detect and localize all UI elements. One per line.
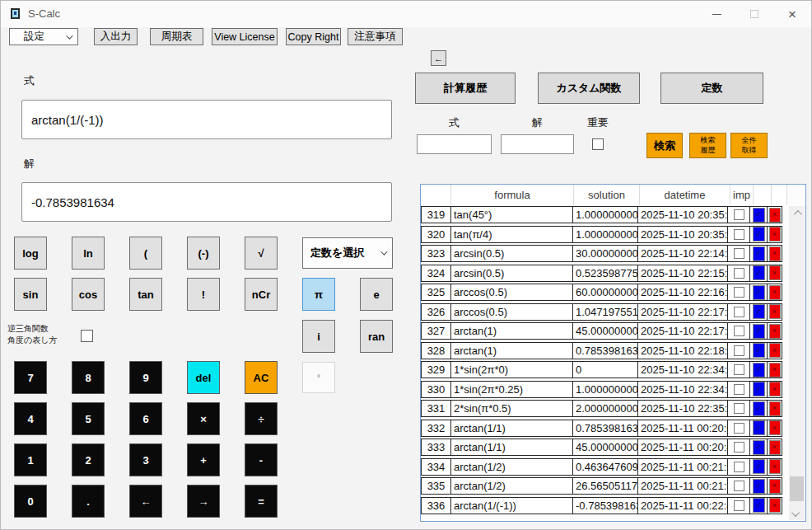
row-delete-button[interactable]: × <box>769 343 781 358</box>
search-history-button[interactable]: 検索 履歴 <box>689 133 726 158</box>
key-sqrt[interactable]: √ <box>245 237 278 270</box>
key-cos[interactable]: cos <box>72 278 105 311</box>
row-delete-button[interactable]: × <box>769 459 781 474</box>
row-important-checkbox[interactable] <box>734 248 744 259</box>
row-check-button[interactable]: ✓ <box>753 498 765 513</box>
key-multiply[interactable]: × <box>187 402 220 435</box>
search-button[interactable]: 検索 <box>646 133 683 158</box>
table-row[interactable]: 331 2*sin(π*0.5) 2.0000000000 2025-11-10… <box>421 400 782 417</box>
collapse-panel-button[interactable]: ← <box>431 50 446 66</box>
key-3[interactable]: 3 <box>129 443 162 476</box>
row-delete-button[interactable]: × <box>769 363 781 378</box>
key-minus[interactable]: - <box>245 443 278 476</box>
row-delete-button[interactable]: × <box>769 498 781 513</box>
menu-button-copy-right[interactable]: Copy Right <box>286 28 341 45</box>
table-row[interactable]: 323 arcsin(0.5) 30.0000000000 2025-11-10… <box>421 245 782 262</box>
row-important-checkbox[interactable] <box>734 364 744 375</box>
constant-select-dropdown[interactable]: 定数を選択 <box>302 237 393 269</box>
row-check-button[interactable]: ✓ <box>753 382 765 396</box>
table-row[interactable]: 329 1*sin(2π*0) 0 2025-11-10 22:34:04 ✓ … <box>421 361 782 378</box>
scrollbar-thumb[interactable] <box>790 476 804 501</box>
key-factorial[interactable]: ! <box>187 278 220 311</box>
table-row[interactable]: 328 arctan(1) 0.7853981634 2025-11-10 22… <box>421 342 782 359</box>
key-del[interactable]: del <box>187 361 220 394</box>
row-important-checkbox[interactable] <box>734 209 744 220</box>
row-check-button[interactable]: ✓ <box>753 265 765 280</box>
key-6[interactable]: 6 <box>129 402 162 435</box>
row-check-button[interactable]: ✓ <box>753 343 765 358</box>
row-check-button[interactable]: ✓ <box>753 324 765 339</box>
row-check-button[interactable]: ✓ <box>753 479 765 494</box>
key-negate[interactable]: (-) <box>187 237 220 270</box>
key-7[interactable]: 7 <box>14 361 47 394</box>
table-row[interactable]: 319 tan(45°) 1.0000000000 2025-11-10 20:… <box>421 206 782 223</box>
scroll-up-button[interactable] <box>789 206 805 219</box>
row-delete-button[interactable]: × <box>769 479 781 494</box>
row-check-button[interactable]: ✓ <box>753 285 765 300</box>
key-decimal[interactable]: . <box>72 485 105 518</box>
row-important-checkbox[interactable] <box>734 229 744 240</box>
row-important-checkbox[interactable] <box>734 481 744 491</box>
row-delete-button[interactable]: × <box>769 382 781 396</box>
row-delete-button[interactable]: × <box>769 246 781 261</box>
search-formula-input[interactable] <box>417 134 492 154</box>
key-pi[interactable]: π <box>302 278 335 311</box>
row-check-button[interactable]: ✓ <box>753 363 765 378</box>
row-important-checkbox[interactable] <box>734 384 744 395</box>
row-important-checkbox[interactable] <box>734 423 744 434</box>
row-check-button[interactable]: ✓ <box>753 304 765 319</box>
row-check-button[interactable]: ✓ <box>753 459 765 474</box>
maximize-button[interactable] <box>735 1 773 27</box>
key-1[interactable]: 1 <box>14 443 47 476</box>
expression-input[interactable]: arctan(1/(-1)) <box>21 100 392 139</box>
row-delete-button[interactable]: × <box>769 324 781 339</box>
header-formula[interactable]: formula <box>451 185 574 205</box>
table-row[interactable]: 333 arctan(1/1) 45.0000000000 2025-11-11… <box>421 439 782 456</box>
row-important-checkbox[interactable] <box>734 462 744 472</box>
row-check-button[interactable]: ✓ <box>753 227 765 242</box>
row-check-button[interactable]: ✓ <box>753 440 765 455</box>
fetch-all-button[interactable]: 全件 取得 <box>730 133 768 158</box>
row-important-checkbox[interactable] <box>734 345 744 356</box>
settings-dropdown[interactable]: 設定 <box>9 28 78 45</box>
key-8[interactable]: 8 <box>72 361 105 394</box>
tab-custom-functions[interactable]: カスタム関数 <box>538 73 640 104</box>
menu-button-notes[interactable]: 注意事項 <box>348 28 403 45</box>
row-important-checkbox[interactable] <box>734 287 744 298</box>
row-delete-button[interactable]: × <box>769 265 781 280</box>
row-important-checkbox[interactable] <box>734 307 744 317</box>
key-degree[interactable]: ° <box>302 362 335 393</box>
menu-button-view-license[interactable]: View License <box>212 28 278 45</box>
key-arrow-left[interactable]: ← <box>129 485 162 518</box>
row-delete-button[interactable]: × <box>769 420 781 435</box>
row-check-button[interactable]: ✓ <box>753 420 765 435</box>
search-important-checkbox[interactable] <box>592 138 604 150</box>
row-important-checkbox[interactable] <box>734 403 744 414</box>
table-row[interactable]: 335 arctan(1/2) 26.5650511771 2025-11-11… <box>421 477 782 495</box>
key-log[interactable]: log <box>14 237 47 270</box>
table-row[interactable]: 320 tan(π/4) 1.0000000000 2025-11-10 20:… <box>421 226 782 243</box>
menu-button-periodic-table[interactable]: 周期表 <box>150 28 203 45</box>
key-plus[interactable]: + <box>187 443 220 476</box>
row-delete-button[interactable]: × <box>769 208 781 223</box>
row-delete-button[interactable]: × <box>769 227 781 242</box>
row-check-button[interactable]: ✓ <box>753 246 765 261</box>
header-imp[interactable]: imp <box>730 185 754 205</box>
header-datetime[interactable]: datetime <box>640 185 730 205</box>
key-ln[interactable]: ln <box>72 237 105 270</box>
key-tan[interactable]: tan <box>129 278 162 311</box>
row-delete-button[interactable]: × <box>769 401 781 416</box>
menu-button-io[interactable]: 入出力 <box>94 28 138 45</box>
key-5[interactable]: 5 <box>72 402 105 435</box>
key-arrow-right[interactable]: → <box>187 485 220 518</box>
row-important-checkbox[interactable] <box>734 442 744 453</box>
tab-constants[interactable]: 定数 <box>660 73 763 104</box>
scroll-down-button[interactable] <box>789 507 805 520</box>
search-solution-input[interactable] <box>501 134 574 154</box>
header-solution[interactable]: solution <box>574 185 640 205</box>
key-i[interactable]: i <box>302 320 335 353</box>
key-ncr[interactable]: nCr <box>245 278 278 311</box>
table-row[interactable]: 330 1*sin(2π*0.25) 1.0000000000 2025-11-… <box>421 381 782 398</box>
key-ran[interactable]: ran <box>360 320 393 353</box>
row-delete-button[interactable]: × <box>769 304 781 319</box>
